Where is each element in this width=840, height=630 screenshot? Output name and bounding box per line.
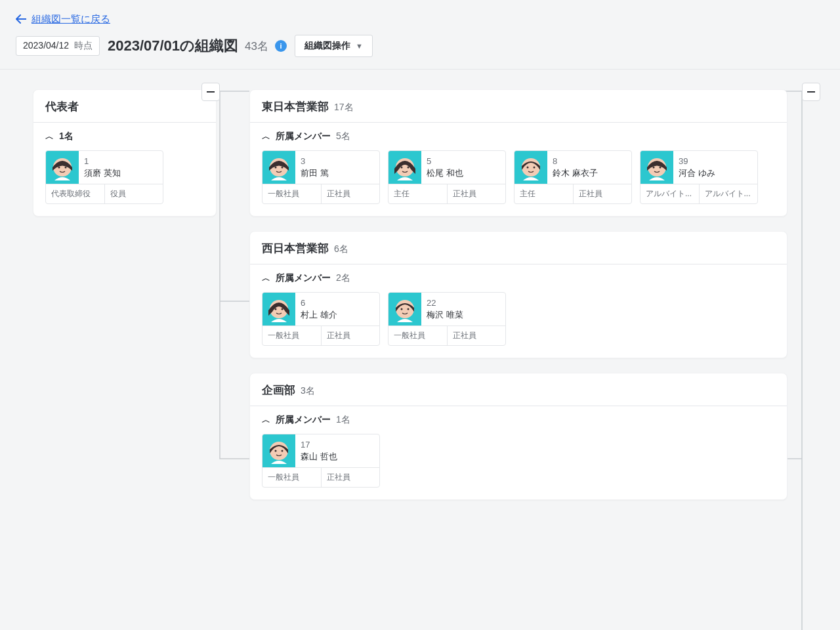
avatar: [262, 151, 295, 184]
chevron-up-icon: ︿: [262, 131, 270, 142]
department-title: 東日本営業部: [262, 99, 329, 114]
member-card[interactable]: 17 森山 哲也 一般社員 正社員: [262, 434, 380, 488]
svg-point-19: [401, 308, 403, 310]
member-role-primary: 一般社員: [388, 326, 448, 345]
svg-point-9: [522, 158, 540, 177]
chart-operations-dropdown[interactable]: 組織図操作 ▼: [295, 35, 373, 57]
member-roles: 代表取締役 役員: [46, 184, 163, 203]
org-chart-area: 代表者 ︿ 1名 1 須磨 英知 代表取締役 役員: [0, 70, 840, 534]
svg-point-16: [275, 308, 277, 310]
member-id: 22: [427, 297, 463, 309]
root-title: 代表者: [45, 99, 79, 114]
svg-point-21: [270, 442, 288, 460]
avatar: [262, 293, 295, 326]
member-card[interactable]: 6 村上 雄介 一般社員 正社員: [262, 292, 380, 346]
page-header: 組織図一覧に戻る 2023/04/12 時点 2023/07/01の組織図 43…: [0, 0, 840, 70]
svg-point-11: [534, 167, 536, 169]
member-role-secondary: 正社員: [322, 326, 380, 345]
member-card[interactable]: 3 前田 篤 一般社員 正社員: [262, 150, 380, 204]
department-members: 3 前田 篤 一般社員 正社員 5 松尾 和也 主任 正社員: [250, 142, 787, 216]
avatar: [388, 293, 421, 326]
department-header: 東日本営業部 17名: [250, 90, 787, 123]
member-card[interactable]: 8 鈴木 麻衣子 主任 正社員: [514, 150, 632, 204]
department-members-header[interactable]: ︿ 所属メンバー 5名: [250, 123, 787, 142]
members-label: 所属メンバー: [276, 414, 331, 426]
member-role-secondary: 役員: [105, 184, 163, 203]
member-card[interactable]: 5 松尾 和也 主任 正社員: [388, 150, 506, 204]
chevron-up-icon: ︿: [262, 272, 270, 284]
member-roles: 主任 正社員: [388, 184, 505, 203]
department-member-count: 1名: [336, 414, 350, 426]
members-label: 所属メンバー: [276, 131, 331, 142]
member-role-primary: 一般社員: [262, 326, 322, 345]
members-label: 所属メンバー: [276, 272, 331, 284]
member-id: 5: [427, 156, 463, 167]
avatar: [514, 151, 547, 184]
member-roles: 一般社員 正社員: [262, 326, 379, 345]
member-id: 3: [301, 156, 329, 167]
member-info: 8 鈴木 麻衣子: [547, 151, 603, 184]
member-info: 5 松尾 和也: [421, 151, 469, 184]
member-role-secondary: 正社員: [322, 184, 380, 203]
member-role-primary: 代表取締役: [46, 184, 105, 203]
page-title: 2023/07/01の組織図 43名 i: [108, 36, 287, 56]
root-column: 代表者 ︿ 1名 1 須磨 英知 代表取締役 役員: [33, 89, 217, 231]
avatar: [46, 151, 79, 184]
title-row: 2023/04/12 時点 2023/07/01の組織図 43名 i 組織図操作…: [16, 35, 824, 57]
member-role-secondary: 正社員: [448, 326, 506, 345]
member-card[interactable]: 39 河合 ゆみ アルバイト... アルバイト...: [640, 150, 758, 204]
department-card: 企画部 3名 ︿ 所属メンバー 1名 17 森山 哲也 一般社員 正社員: [249, 373, 788, 500]
member-info: 1 須磨 英知: [79, 151, 126, 184]
member-card[interactable]: 1 須磨 英知 代表取締役 役員: [45, 150, 163, 204]
chevron-up-icon: ︿: [45, 131, 54, 142]
svg-point-18: [396, 300, 414, 318]
member-name: 前田 篤: [301, 167, 329, 179]
department-member-count: 5名: [336, 131, 350, 142]
chevron-down-icon: ▼: [356, 42, 363, 50]
total-count: 43名: [245, 39, 268, 54]
root-member-header[interactable]: ︿ 1名: [33, 123, 216, 142]
svg-point-22: [275, 450, 277, 452]
avatar: [388, 151, 421, 184]
svg-point-17: [282, 308, 284, 310]
member-role-secondary: 正社員: [322, 468, 380, 487]
department-members-header[interactable]: ︿ 所属メンバー 2名: [250, 264, 787, 284]
root-member-count: 1名: [59, 131, 74, 142]
collapse-root-children-button[interactable]: [201, 83, 220, 101]
member-name: 河合 ゆみ: [679, 167, 715, 179]
svg-point-4: [275, 167, 277, 169]
member-roles: アルバイト... アルバイト...: [640, 184, 757, 203]
svg-point-13: [653, 167, 655, 169]
info-icon[interactable]: i: [275, 40, 287, 52]
avatar: [640, 151, 673, 184]
back-link[interactable]: 組織図一覧に戻る: [16, 13, 824, 26]
as-of-date: 2023/04/12: [23, 40, 69, 51]
svg-point-20: [408, 308, 410, 310]
member-card[interactable]: 22 梅沢 唯菜 一般社員 正社員: [388, 292, 506, 346]
member-id: 39: [679, 156, 715, 167]
department-count: 17名: [334, 102, 354, 114]
collapse-dept-children-button[interactable]: [802, 83, 820, 101]
chart-row: 代表者 ︿ 1名 1 須磨 英知 代表取締役 役員: [33, 89, 840, 514]
member-id: 17: [301, 439, 337, 451]
member-role-secondary: アルバイト...: [700, 184, 758, 203]
chevron-up-icon: ︿: [262, 414, 270, 426]
svg-point-5: [282, 167, 284, 169]
member-roles: 一般社員 正社員: [262, 184, 379, 203]
svg-point-23: [282, 450, 284, 452]
member-name: 鈴木 麻衣子: [553, 167, 598, 179]
member-roles: 一般社員 正社員: [388, 326, 505, 345]
svg-point-1: [58, 167, 60, 169]
member-name: 村上 雄介: [301, 309, 337, 321]
member-id: 8: [553, 156, 598, 167]
member-roles: 主任 正社員: [514, 184, 631, 203]
department-members-header[interactable]: ︿ 所属メンバー 1名: [250, 406, 787, 426]
member-info: 17 森山 哲也: [295, 434, 343, 467]
department-count: 6名: [334, 243, 348, 255]
svg-point-7: [401, 167, 403, 169]
member-name: 梅沢 唯菜: [427, 309, 463, 321]
member-name: 須磨 英知: [84, 167, 121, 179]
svg-point-2: [65, 167, 67, 169]
department-members: 6 村上 雄介 一般社員 正社員 22 梅沢 唯菜 一般社員 正社員: [250, 284, 787, 358]
avatar: [262, 434, 295, 467]
